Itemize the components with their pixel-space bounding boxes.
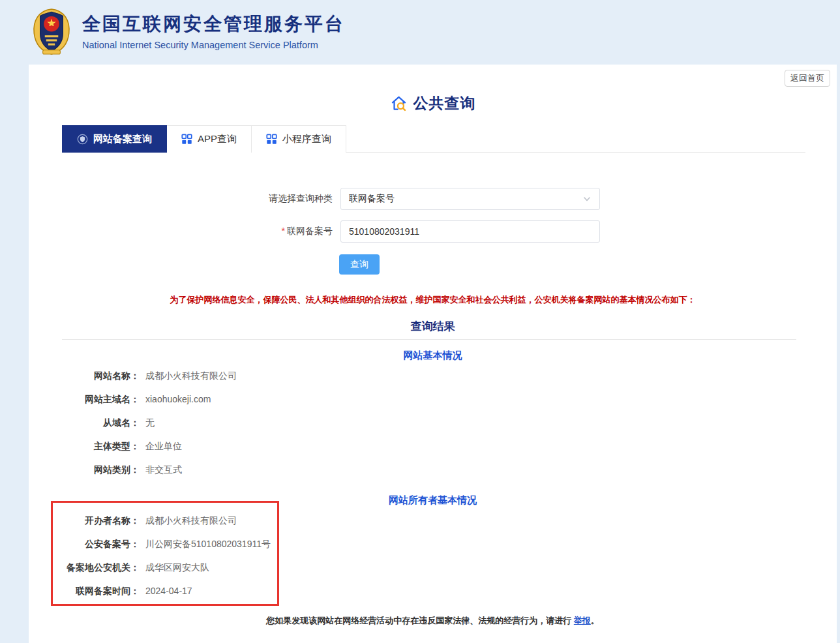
field-label: 公安备案号： [29,539,140,549]
record-number-row: *联网备案号 51010802031911 [29,220,600,243]
site-header: 全国互联网安全管理服务平台 National Internet Security… [0,0,840,62]
query-type-value: 联网备案号 [349,193,395,205]
owner-info-row: 联网备案时间： 2024-04-17 [29,586,271,596]
tab-label: 网站备案查询 [93,133,152,145]
field-value: 成华区网安大队 [145,562,209,573]
field-label: 从域名： [29,417,140,428]
field-value: 成都小火科技有限公司 [145,370,237,381]
platform-title-en: National Internet Security Management Se… [82,40,345,50]
main-panel: 返回首页 公共查询 网站备案查询 APP查询 [29,65,837,643]
owner-info-row: 开办者名称： 成都小火科技有限公司 [29,515,271,526]
tab-miniprogram-query[interactable]: 小程序查询 [252,125,346,153]
record-number-value: 51010802031911 [349,226,419,237]
field-value: xiaohuokeji.com [145,394,211,404]
field-value: 非交互式 [145,464,182,475]
report-note: 您如果发现该网站在网络经营活动中存在违反国家法律、法规的经营行为，请进行 举报。 [29,615,837,627]
site-info-row: 网站主域名： xiaohuokeji.com [29,394,237,404]
back-home-button[interactable]: 返回首页 [785,70,830,87]
field-label: 联网备案时间： [29,586,140,596]
query-type-select[interactable]: 联网备案号 [340,188,600,210]
site-section-title: 网站基本情况 [29,350,837,362]
site-info-row: 主体类型： 企业单位 [29,441,237,451]
field-label: 网站名称： [29,370,140,381]
tab-label: APP查询 [198,133,237,145]
field-label: 主体类型： [29,441,140,451]
tab-website-record-query[interactable]: 网站备案查询 [62,125,167,153]
report-link[interactable]: 举报 [574,616,591,625]
report-text-after: 。 [591,616,599,625]
tab-app-query[interactable]: APP查询 [167,125,252,153]
field-value: 2024-04-17 [145,586,192,596]
tab-label: 小程序查询 [282,133,331,145]
report-text-before: 您如果发现该网站在网络经营活动中存在违反国家法律、法规的经营行为，请进行 [266,616,574,625]
owner-info-row: 公安备案号： 川公网安备51010802031911号 [29,539,271,549]
owner-info-list: 开办者名称： 成都小火科技有限公司 公安备案号： 川公网安备5101080203… [29,515,271,609]
security-notice: 为了保护网络信息安全，保障公民、法人和其他组织的合法权益，维护国家安全和社会公共… [29,294,837,306]
field-label: 网站类别： [29,464,140,475]
chevron-down-icon [582,194,592,203]
field-label: 网站主域名： [29,394,140,404]
platform-title-cn: 全国互联网安全管理服务平台 [82,12,345,37]
owner-section-title: 网站所有者基本情况 [29,494,837,507]
field-value: 企业单位 [145,441,182,451]
field-value: 无 [145,417,155,428]
police-badge-logo-icon [30,7,73,55]
site-info-row: 网站名称： 成都小火科技有限公司 [29,370,237,381]
page-title: 公共查询 [413,93,476,113]
house-search-icon [390,95,408,112]
results-divider [62,339,796,340]
shield-badge-icon [77,134,88,145]
query-type-row: 请选择查询种类 联网备案号 [29,188,600,210]
site-info-row: 网站类别： 非交互式 [29,464,237,475]
app-grid-icon [181,134,192,145]
query-tabs: 网站备案查询 APP查询 小程序查询 [62,125,805,153]
results-title: 查询结果 [29,319,837,334]
query-type-label: 请选择查询种类 [29,193,333,205]
query-submit-button[interactable]: 查询 [339,254,380,275]
field-value: 川公网安备51010802031911号 [145,539,271,549]
field-value: 成都小火科技有限公司 [145,515,237,526]
field-label: 备案地公安机关： [29,562,140,573]
app-grid-icon [266,134,277,145]
owner-info-row: 备案地公安机关： 成华区网安大队 [29,562,271,573]
record-number-input[interactable]: 51010802031911 [340,220,600,243]
site-info-list: 网站名称： 成都小火科技有限公司 网站主域名： xiaohuokeji.com … [29,370,237,488]
record-number-label: *联网备案号 [29,226,333,237]
required-asterisk: * [282,226,285,236]
page-title-row: 公共查询 [29,93,837,113]
site-info-row: 从域名： 无 [29,417,237,428]
field-label: 开办者名称： [29,515,140,526]
